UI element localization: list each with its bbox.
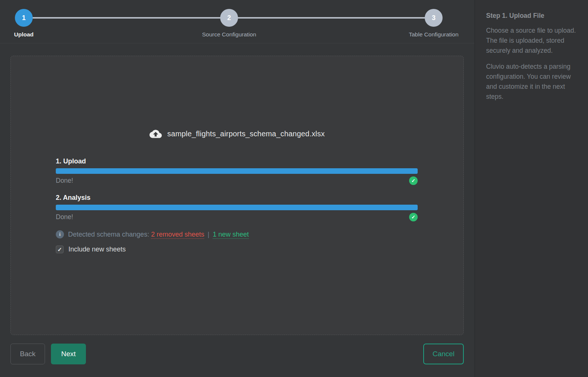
schema-changes-label: Detected schema changes: xyxy=(68,231,149,238)
back-button[interactable]: Back xyxy=(10,344,45,364)
analysis-progress-bar xyxy=(56,205,418,210)
new-sheet-link[interactable]: 1 new sheet xyxy=(213,231,249,239)
upload-section-title: 1. Upload xyxy=(56,157,418,165)
stepper-step-table-configuration[interactable]: 3 Table Configuration xyxy=(378,9,489,38)
include-new-sheets-option[interactable]: ✓ Include new sheets xyxy=(56,246,418,253)
upload-dropzone: sample_flights_airports_schema_changed.x… xyxy=(10,56,464,335)
sidebar-paragraph: Choose a source file to upload. The file… xyxy=(486,26,577,56)
analysis-status-row: Done! ✓ xyxy=(56,213,418,221)
progress-content: 1. Upload Done! ✓ 2. Analysis Done! ✓ xyxy=(56,157,418,253)
sidebar-paragraph: Cluvio auto-detects a parsing configurat… xyxy=(486,62,577,102)
analysis-status-text: Done! xyxy=(56,213,73,221)
wizard-stepper: 1 Upload 2 Source Configuration 3 Table … xyxy=(0,0,475,43)
step-number-badge: 3 xyxy=(425,9,443,27)
uploaded-file-row: sample_flights_airports_schema_changed.x… xyxy=(11,128,463,140)
stepper-step-upload[interactable]: 1 Upload xyxy=(0,9,80,38)
upload-status-row: Done! ✓ xyxy=(56,176,418,185)
step-number-badge: 2 xyxy=(220,9,238,27)
step-number-badge: 1 xyxy=(15,9,33,27)
removed-sheets-link[interactable]: 2 removed sheets xyxy=(151,231,204,239)
cloud-upload-icon xyxy=(150,128,162,140)
checkmark-icon: ✓ xyxy=(57,247,62,252)
step-label: Table Configuration xyxy=(409,31,459,38)
analysis-progress-fill xyxy=(56,205,418,210)
stepper-step-source-configuration[interactable]: 2 Source Configuration xyxy=(173,9,285,38)
success-check-icon: ✓ xyxy=(409,176,418,185)
step-label: Upload xyxy=(14,31,34,38)
cancel-button[interactable]: Cancel xyxy=(423,344,464,364)
sidebar-step-title: Step 1. Upload File xyxy=(486,12,577,20)
main-panel: 1 Upload 2 Source Configuration 3 Table … xyxy=(0,0,475,377)
success-check-icon: ✓ xyxy=(409,213,418,221)
uploaded-filename: sample_flights_airports_schema_changed.x… xyxy=(167,130,325,138)
info-icon: i xyxy=(56,230,64,238)
schema-changes-notice: i Detected schema changes: 2 removed she… xyxy=(56,230,418,238)
help-sidebar: Step 1. Upload File Choose a source file… xyxy=(475,0,588,377)
analysis-section-title: 2. Analysis xyxy=(56,194,418,202)
include-new-sheets-label: Include new sheets xyxy=(68,246,126,253)
include-new-sheets-checkbox[interactable]: ✓ xyxy=(56,246,64,253)
upload-status-text: Done! xyxy=(56,177,73,185)
schema-changes-text: Detected schema changes: 2 removed sheet… xyxy=(68,231,249,238)
next-button[interactable]: Next xyxy=(51,344,86,364)
upload-wizard-window: 1 Upload 2 Source Configuration 3 Table … xyxy=(0,0,588,377)
link-separator: | xyxy=(208,231,209,238)
upload-progress-fill xyxy=(56,168,418,174)
upload-progress-bar xyxy=(56,168,418,174)
step-label: Source Configuration xyxy=(202,31,256,38)
